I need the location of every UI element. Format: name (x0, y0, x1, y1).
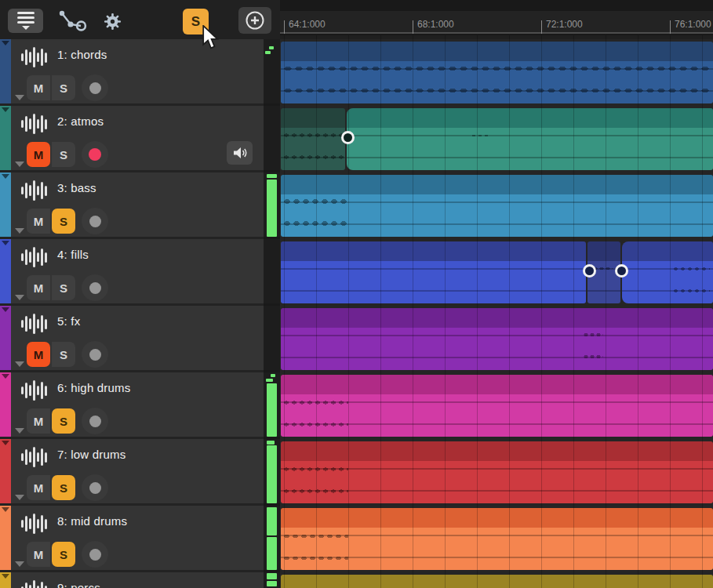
record-arm-button[interactable] (82, 208, 108, 234)
clip-center-line (281, 268, 586, 270)
solo-button[interactable]: S (52, 408, 75, 434)
track-resize-handle-icon[interactable] (15, 228, 24, 234)
record-arm-button[interactable] (82, 341, 108, 368)
audio-waveform-icon (21, 46, 48, 68)
collapse-triangle-icon[interactable] (2, 107, 9, 112)
audio-clip[interactable] (281, 241, 586, 303)
collapse-triangle-icon[interactable] (2, 174, 9, 179)
track-row: 2: atmos M S (0, 106, 713, 172)
timeline-lane[interactable] (280, 172, 713, 239)
record-arm-button[interactable] (82, 408, 108, 434)
collapse-triangle-icon[interactable] (2, 241, 9, 245)
collapse-triangle-icon[interactable] (2, 574, 9, 579)
clip-fade-handle[interactable] (341, 131, 355, 144)
track-resize-handle-icon[interactable] (15, 95, 24, 100)
mute-button[interactable]: M (27, 475, 50, 500)
meter-segment (267, 383, 277, 437)
timeline-lane[interactable] (280, 239, 713, 306)
clip-fade-handle[interactable] (583, 264, 596, 278)
audio-clip[interactable] (347, 108, 713, 170)
audio-clip[interactable] (622, 241, 713, 303)
solo-button[interactable]: S (52, 75, 75, 100)
audio-clip[interactable] (281, 108, 345, 170)
collapse-triangle-icon[interactable] (2, 374, 9, 379)
track-resize-handle-icon[interactable] (15, 428, 24, 434)
audio-clip[interactable] (281, 175, 713, 237)
mute-button[interactable]: M (27, 75, 50, 100)
track-name: 1: chords (57, 48, 107, 61)
timeline-lane[interactable] (280, 372, 713, 439)
collapse-triangle-icon[interactable] (2, 441, 9, 445)
audio-clip[interactable] (281, 375, 713, 437)
solo-button[interactable]: S (52, 142, 75, 167)
ruler-tick (284, 20, 285, 34)
solo-button[interactable]: S (52, 542, 75, 567)
audio-clip[interactable] (281, 441, 713, 503)
add-track-button[interactable] (238, 7, 271, 34)
track-header[interactable]: 9: percs M S (0, 572, 264, 588)
audio-clip[interactable] (281, 508, 713, 570)
clip-fade-handle[interactable] (615, 264, 628, 278)
timeline-lane[interactable] (280, 306, 713, 372)
track-color-strip (0, 572, 11, 588)
track-header[interactable]: 4: fills M S (0, 239, 264, 306)
track-name: 5: fx (57, 314, 80, 328)
track-resize-handle-icon[interactable] (15, 361, 24, 367)
record-arm-button[interactable] (82, 141, 108, 168)
level-meter (264, 239, 280, 306)
record-arm-button[interactable] (82, 274, 108, 301)
waveform-strip (282, 198, 350, 205)
mute-button[interactable]: M (27, 542, 50, 567)
track-header[interactable]: 7: low drums M S (0, 439, 264, 506)
daw-window: S 64:1:00068:1:00072:1:00076:1:000 1: ch… (0, 0, 713, 588)
solo-button[interactable]: S (52, 275, 75, 300)
track-header[interactable]: 3: bass M S (0, 172, 264, 239)
timeline-lane[interactable] (280, 439, 713, 506)
timeline-lane[interactable] (280, 39, 713, 106)
collapse-triangle-icon[interactable] (2, 41, 9, 45)
ruler-tick-label: 64:1:000 (289, 19, 326, 30)
mute-button[interactable]: M (27, 275, 50, 300)
track-header[interactable]: 1: chords M S (0, 39, 264, 106)
audio-clip[interactable] (281, 575, 713, 588)
track-visibility-button[interactable] (8, 9, 43, 33)
mute-button[interactable]: M (27, 342, 50, 367)
record-arm-button[interactable] (82, 474, 108, 501)
listen-button[interactable] (227, 141, 253, 165)
collapse-triangle-icon[interactable] (2, 507, 9, 512)
mute-button[interactable]: M (27, 408, 50, 434)
record-arm-button[interactable] (82, 74, 108, 101)
audio-clip[interactable] (281, 308, 713, 370)
audio-clip[interactable] (281, 42, 713, 103)
track-header[interactable]: 5: fx M S (0, 306, 264, 372)
solo-button[interactable]: S (52, 475, 75, 500)
level-meter (264, 439, 280, 506)
track-resize-handle-icon[interactable] (15, 295, 24, 300)
track-header[interactable]: 8: mid drums M S (0, 506, 264, 572)
level-meter (264, 572, 280, 588)
meter-segment (269, 46, 274, 49)
mute-solo-group: M S (27, 408, 75, 434)
audio-waveform-icon (21, 579, 48, 588)
settings-gear-icon[interactable] (104, 13, 122, 31)
timeline-lane[interactable] (280, 506, 713, 572)
timeline-lane[interactable] (280, 106, 713, 172)
track-resize-handle-icon[interactable] (15, 561, 24, 567)
list-caret-icon (17, 12, 35, 30)
record-arm-button[interactable] (82, 541, 108, 568)
audio-waveform-icon (21, 446, 48, 468)
mute-button[interactable]: M (27, 209, 50, 234)
solo-toggle-button[interactable]: S (183, 9, 209, 34)
track-header[interactable]: 6: high drums M S (0, 372, 264, 439)
track-resize-handle-icon[interactable] (15, 495, 24, 500)
meter-segment (267, 507, 277, 535)
timeline-lane[interactable] (280, 572, 713, 588)
collapse-triangle-icon[interactable] (2, 307, 9, 312)
automation-nodes-icon[interactable] (57, 9, 89, 31)
track-header[interactable]: 2: atmos M S (0, 106, 264, 172)
solo-button[interactable]: S (52, 342, 75, 367)
track-resize-handle-icon[interactable] (15, 162, 24, 167)
timeline-ruler[interactable]: 64:1:00068:1:00072:1:00076:1:000 (280, 0, 713, 35)
solo-button[interactable]: S (52, 209, 75, 234)
mute-button[interactable]: M (27, 142, 50, 167)
